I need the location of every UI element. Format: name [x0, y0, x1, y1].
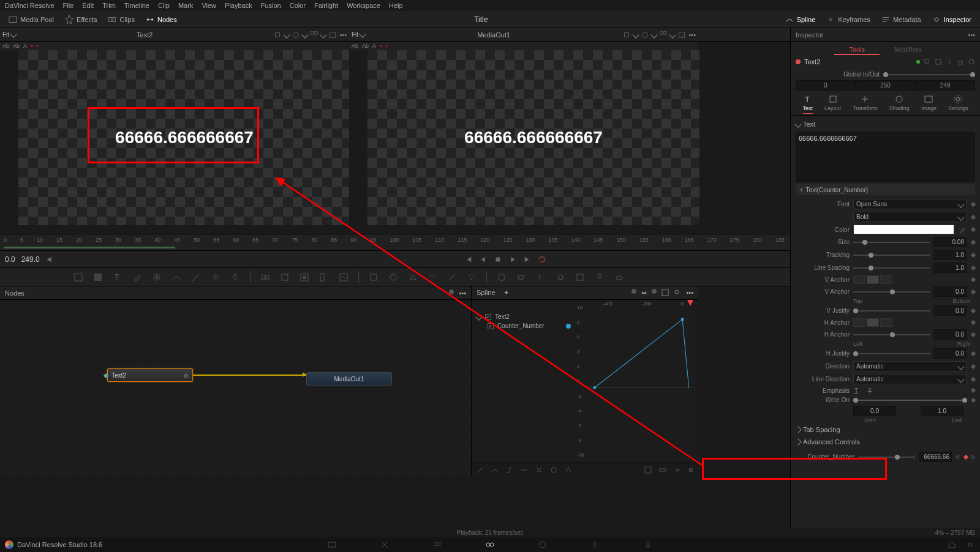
viewer-lock-icon[interactable]	[622, 31, 631, 39]
direction-select[interactable]: Automatic	[853, 361, 967, 371]
key-icon[interactable]	[971, 252, 976, 257]
menu-file[interactable]: File	[63, 2, 74, 9]
menu-mark[interactable]: Mark	[178, 2, 193, 9]
viewer-right[interactable]: Ab Ab A ▪ ▪ 66666.666666667	[349, 42, 698, 234]
nodes-dot-icon[interactable]	[449, 289, 454, 294]
size-slider[interactable]	[853, 242, 930, 243]
hanchor-slider[interactable]	[853, 334, 930, 335]
menu-edit[interactable]: Edit	[82, 2, 94, 9]
color-swatch[interactable]	[853, 225, 954, 234]
key-icon[interactable]	[971, 364, 976, 368]
vanchor-buttons[interactable]	[853, 275, 892, 284]
styled-text-input[interactable]: 66666.6666666667	[796, 132, 975, 182]
spline-fit-icon[interactable]	[662, 289, 669, 296]
hanchor-value[interactable]: 0.0	[933, 329, 967, 340]
effects-button[interactable]: Effects	[61, 14, 100, 25]
global-mid[interactable]: 250	[856, 80, 916, 91]
metadata-button[interactable]: Metadata	[878, 14, 925, 25]
prev-key-icon[interactable]: ◁	[956, 454, 959, 460]
linespacing-value[interactable]: 1.0	[933, 263, 967, 273]
spline-tool-loop-icon[interactable]	[550, 466, 557, 474]
subtab-layout[interactable]: Layout	[824, 94, 841, 111]
spline-tree-counter[interactable]: Counter_Number	[477, 321, 571, 330]
playback-start[interactable]: 0.0	[5, 255, 15, 264]
tracking-value[interactable]: 1.0	[933, 250, 967, 260]
viewer-globe-icon[interactable]	[641, 31, 649, 39]
viewer-opt-red[interactable]: ▪	[380, 43, 382, 49]
tool-light-icon[interactable]	[211, 272, 221, 282]
tracking-slider[interactable]	[853, 255, 930, 256]
menu-workspace[interactable]: Workspace	[347, 2, 380, 9]
font-weight-select[interactable]: Bold	[853, 212, 967, 222]
viewer-opt-red2[interactable]: ▪	[36, 43, 38, 49]
tool-poly-mask-icon[interactable]	[408, 272, 418, 282]
last-frame-icon[interactable]	[523, 255, 532, 264]
media-pool-button[interactable]: Media Pool	[5, 14, 58, 25]
spline-tool-flat-icon[interactable]	[521, 466, 528, 474]
global-slider[interactable]	[883, 74, 975, 75]
insp-newwin-icon[interactable]	[935, 58, 942, 65]
tool-3d-icon[interactable]	[497, 272, 507, 282]
page-fusion-icon[interactable]	[485, 540, 495, 550]
spline-zoom-icon[interactable]	[674, 289, 681, 296]
key-icon[interactable]	[971, 227, 976, 232]
key-icon[interactable]	[971, 351, 976, 356]
eyedropper-icon[interactable]	[958, 225, 967, 234]
settings-icon[interactable]	[965, 540, 975, 550]
main-menubar[interactable]: DaVinci Resolve File Edit Trim Timeline …	[0, 0, 980, 11]
size-value[interactable]: 0.08	[933, 237, 967, 247]
spline-tree-text2[interactable]: Text2	[477, 312, 571, 321]
page-color-icon[interactable]	[538, 540, 548, 550]
writeon-start[interactable]: 0.0	[853, 406, 896, 416]
key-icon[interactable]	[971, 239, 976, 244]
emphasis-under-icon[interactable]: T	[853, 387, 863, 394]
viewer-opt-ab2[interactable]: Ab	[13, 43, 20, 49]
checkbox-icon[interactable]	[488, 323, 494, 329]
cache-dot-icon[interactable]	[916, 60, 920, 64]
spline-tool-fit-icon[interactable]	[674, 466, 681, 474]
hjustify-slider[interactable]	[853, 353, 930, 354]
subtab-transform[interactable]: Transform	[853, 94, 878, 111]
page-cut-icon[interactable]	[380, 540, 390, 550]
tool-blur-icon[interactable]	[230, 272, 240, 282]
tab-modifiers[interactable]: Modifiers	[880, 44, 937, 55]
viewer-opt-ab2[interactable]: Ab	[362, 43, 369, 49]
insp-lock-icon[interactable]	[957, 58, 964, 65]
viewer-right-fit[interactable]: Fit	[352, 31, 365, 38]
viewer-chev-icon[interactable]	[302, 31, 309, 38]
key-icon[interactable]	[971, 376, 976, 381]
global-out[interactable]: 249	[915, 80, 975, 91]
checkbox-icon[interactable]	[485, 314, 491, 320]
viewer-chev-icon[interactable]	[284, 31, 290, 38]
viewer-chev-icon[interactable]	[651, 31, 658, 38]
viewer-lock-icon[interactable]	[273, 31, 282, 39]
spline-button[interactable]: Spline	[782, 14, 820, 25]
page-deliver-icon[interactable]	[643, 540, 653, 550]
menu-davinci[interactable]: DaVinci Resolve	[5, 2, 55, 9]
first-frame-icon[interactable]	[464, 255, 473, 264]
play-icon[interactable]	[508, 255, 517, 264]
tool-fog-icon[interactable]	[614, 272, 624, 282]
menu-view[interactable]: View	[202, 2, 216, 9]
vjustify-slider[interactable]	[853, 310, 930, 311]
tool-channel-icon[interactable]	[319, 272, 329, 282]
insp-copy-icon[interactable]	[924, 58, 931, 65]
nodes-more-icon[interactable]: •••	[459, 289, 466, 297]
spline-expand-icon[interactable]: ⇔	[641, 289, 647, 297]
viewer-chev-icon[interactable]	[669, 31, 676, 38]
key-icon[interactable]	[971, 201, 976, 206]
linedir-select[interactable]: Automatic	[853, 374, 967, 384]
viewer-single-icon[interactable]	[677, 31, 686, 39]
inspector-button[interactable]: Inspector	[929, 14, 975, 25]
viewer-opt-ab[interactable]: Ab	[352, 43, 358, 49]
key-icon[interactable]	[971, 332, 976, 337]
tool-paint-icon[interactable]	[132, 272, 142, 282]
menu-color[interactable]: Color	[290, 2, 306, 9]
tool-render3d-icon[interactable]	[575, 272, 585, 282]
vanchor-slider[interactable]	[853, 291, 930, 293]
global-in[interactable]: 0	[796, 80, 856, 91]
next-key-icon[interactable]: ▷	[971, 454, 975, 460]
key-icon[interactable]	[971, 397, 976, 402]
tool-ellipse-mask-icon[interactable]	[388, 272, 398, 282]
viewer-chev-icon[interactable]	[320, 31, 327, 38]
